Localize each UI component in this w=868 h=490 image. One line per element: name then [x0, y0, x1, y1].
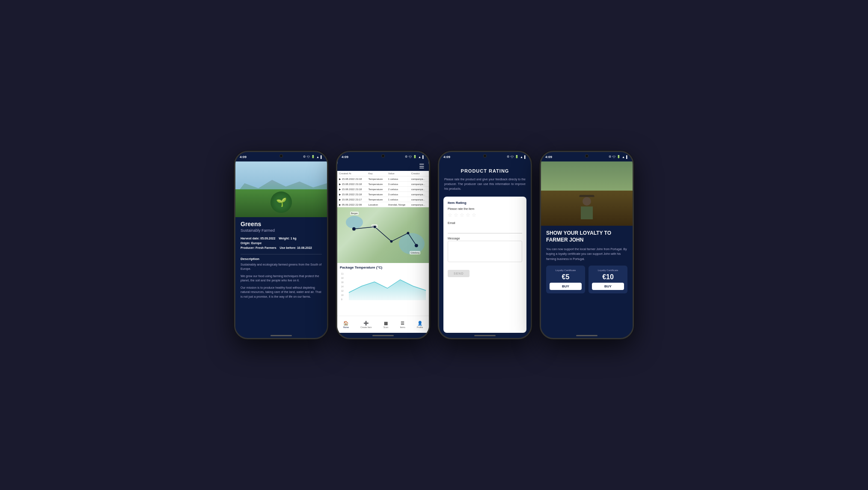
farmer-hat	[580, 195, 595, 197]
table-cell-date: ▶ 05.09.2022 22:09	[337, 202, 366, 207]
star-2[interactable]: ☆	[454, 212, 458, 218]
scan-label: Scan	[383, 326, 388, 329]
battery-icon-2: 🔋	[413, 155, 417, 158]
table-cell-0: Location	[366, 202, 386, 207]
loyalty-card-10: Loyalty Certificate €10 BUY	[589, 266, 627, 293]
nav-profile[interactable]: 👤 Profile	[417, 321, 423, 329]
description-title: Description	[241, 257, 322, 261]
send-button[interactable]: SEND	[448, 270, 470, 277]
status-bar-2: 4:09 ⚙ 🛡 🔋 ▲ ▌	[337, 152, 429, 161]
loyalty-description: You can now support the local farmer Joh…	[546, 247, 627, 261]
signal-icon-2: ▌	[422, 155, 425, 158]
shield-icon-4: 🛡	[612, 155, 615, 158]
email-label: Email	[448, 221, 522, 224]
phone2-header: ☰	[337, 161, 429, 171]
signal-icon-1: ▌	[321, 155, 323, 158]
wifi-icon-3: ▲	[520, 155, 523, 158]
table-cell-1: Arendal, Norge	[386, 202, 410, 207]
product-meta: Harvest date: 05.09.2022 Weight: 1 kg Or…	[241, 236, 322, 251]
wifi-icon-1: ▲	[316, 155, 319, 158]
star-4[interactable]: ☆	[466, 212, 470, 218]
col-creator: Creator	[410, 171, 429, 176]
phone4-screen: SHOW YOUR LOYALTY TO FARMER JOHN You can…	[541, 161, 633, 333]
table-cell-date: ▶ 15.08.2022 23:18	[337, 187, 366, 192]
phone1-screen: 🌱 Greens Sustainably Farmed Harvest date…	[235, 161, 327, 333]
form-card-title: Item Rating	[448, 201, 522, 205]
message-group: Message	[448, 237, 522, 264]
bottom-bar-1	[235, 333, 327, 338]
svg-text:12: 12	[341, 290, 344, 292]
farmer-hero-sky	[541, 161, 633, 194]
shield-icon-3: 🛡	[511, 155, 514, 158]
svg-point-1	[374, 226, 376, 228]
nav-scan[interactable]: ▦ Scan	[383, 321, 388, 329]
origin: Origin: Europe	[241, 241, 322, 245]
rating-header: PRODUCT RATING Please rate the product a…	[439, 161, 531, 197]
message-textarea[interactable]	[448, 241, 522, 262]
profile-icon: 👤	[417, 321, 422, 326]
svg-text:16: 16	[341, 281, 344, 284]
table-row: ▶ 05.09.2022 22:09LocationArendal, Norge…	[337, 202, 429, 207]
svg-text:8: 8	[341, 298, 342, 301]
table-cell-0: Temperature	[366, 197, 386, 202]
items-label: Items	[400, 326, 405, 329]
table-cell-1: 3 celsius	[386, 182, 410, 187]
divider-1	[241, 254, 322, 254]
status-bar-1: 4:09 ⚙ 🛡 🔋 ▲ ▌	[235, 152, 327, 161]
status-bar-3: 4:09 ⚙ 🛡 🔋 ▲ ▌	[439, 152, 531, 161]
table-cell-2: companya...	[410, 187, 429, 192]
battery-icon-4: 🔋	[617, 155, 621, 158]
harvest-date: Harvest date: 05.09.2022 Weight: 1 kg	[241, 236, 322, 241]
svg-text:14: 14	[341, 285, 344, 288]
signal-icon-3: ▌	[524, 155, 526, 158]
farmer-hero-image	[541, 161, 633, 226]
col-key: Key	[366, 171, 386, 176]
phone2-content-area: ☰ Created At Key Value Creator ▶ 15.08.2…	[337, 161, 429, 333]
status-icons-2: ⚙ 🛡 🔋 ▲ ▌	[405, 155, 425, 158]
status-time-2: 4:09	[342, 155, 348, 159]
star-1[interactable]: ☆	[448, 212, 452, 218]
description-1: Sustainably and ecologicaly farmed green…	[241, 263, 322, 272]
producer: Producer: Fresh Farmers Use before: 10.0…	[241, 245, 322, 250]
table-cell-1: 3 celsius	[386, 192, 410, 197]
nav-home[interactable]: 🏠 Home	[343, 321, 349, 329]
star-rating[interactable]: ☆ ☆ ☆ ☆ ☆	[448, 212, 522, 218]
settings-icon-4: ⚙	[609, 155, 611, 158]
home-indicator-3	[474, 335, 496, 336]
phone-loyalty: 4:09 ⚙ 🛡 🔋 ▲ ▌	[540, 151, 634, 339]
buy-button-10[interactable]: BUY	[592, 283, 624, 290]
loyalty-card-price-5: €5	[562, 273, 570, 281]
star-3[interactable]: ☆	[460, 212, 464, 218]
camera-4	[585, 154, 589, 158]
farmer-head	[583, 197, 591, 206]
loyalty-content: SHOW YOUR LOYALTY TO FARMER JOHN You can…	[541, 226, 633, 333]
email-input[interactable]	[448, 227, 522, 233]
camera-3	[483, 154, 487, 158]
table-row: ▶ 15.08.2022 23:18Temperature1 celsiusco…	[337, 176, 429, 182]
buy-button-5[interactable]: BUY	[550, 283, 582, 290]
rating-title: PRODUCT RATING	[444, 168, 526, 173]
table-cell-0: Temperature	[366, 182, 386, 187]
table-row: ▶ 15.08.2022 23:17Temperature1 celsiusco…	[337, 197, 429, 202]
hamburger-icon[interactable]: ☰	[419, 163, 425, 170]
svg-point-3	[407, 232, 409, 234]
rating-description: Please rate the product and give your fe…	[444, 177, 526, 191]
email-group: Email	[448, 221, 522, 233]
status-bar-4: 4:09 ⚙ 🛡 🔋 ▲ ▌	[541, 152, 633, 161]
rating-form-card: Item Rating Please rate the item ☆ ☆ ☆ ☆…	[443, 197, 526, 333]
status-time-3: 4:09	[443, 155, 450, 159]
nav-items[interactable]: ☰ Items	[400, 321, 405, 329]
svg-point-2	[390, 240, 393, 243]
table-cell-2: companya...	[410, 182, 429, 187]
farmer-body	[581, 206, 593, 219]
wifi-icon-2: ▲	[418, 155, 421, 158]
table-cell-2: companya...	[410, 192, 429, 197]
table-row: ▶ 15.08.2022 23:18Temperature3 celsiusco…	[337, 182, 429, 187]
home-indicator-4	[576, 335, 597, 336]
loyalty-title: SHOW YOUR LOYALTY TO FARMER JOHN	[546, 230, 627, 243]
settings-icon-3: ⚙	[507, 155, 509, 158]
table-cell-2: companya...	[410, 176, 429, 182]
nav-create[interactable]: ➕ Create Item	[360, 321, 372, 329]
camera-2	[381, 154, 385, 158]
star-5[interactable]: ☆	[472, 212, 476, 218]
